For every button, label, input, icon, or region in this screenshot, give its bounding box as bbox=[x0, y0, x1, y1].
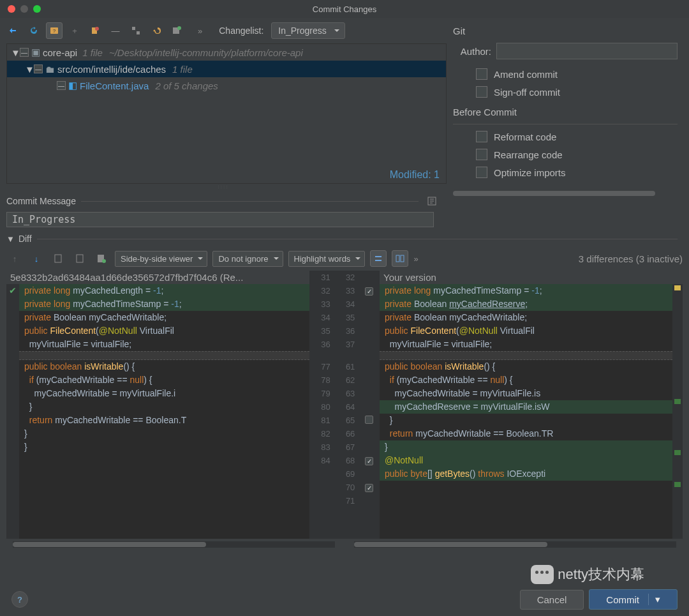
prev-diff-icon[interactable]: ↑ bbox=[6, 250, 23, 267]
line-number-gutters: 3132333435367778798081828384 32333435363… bbox=[309, 271, 380, 539]
changes-tree[interactable]: ▼ — ▣ core-api 1 file ~/Desktop/intellij… bbox=[6, 43, 447, 184]
compare-next-file-icon[interactable] bbox=[71, 250, 88, 267]
svg-point-3 bbox=[95, 27, 99, 31]
refresh-icon[interactable] bbox=[26, 22, 42, 39]
svg-rect-5 bbox=[137, 31, 140, 34]
left-hscroll[interactable] bbox=[13, 541, 335, 548]
commit-message-input[interactable] bbox=[6, 212, 434, 227]
commit-message-label: Commit Message bbox=[6, 196, 76, 206]
titlebar: Commit Changes bbox=[0, 0, 689, 18]
rearrange-checkbox[interactable] bbox=[476, 149, 487, 160]
diff-toolbar: ↑ ↓ Side-by-side viewer Do not ignore Hi… bbox=[0, 246, 689, 271]
viewer-mode-dropdown[interactable]: Side-by-side viewer bbox=[115, 251, 207, 267]
svg-rect-9 bbox=[55, 255, 61, 262]
right-error-stripe[interactable] bbox=[672, 284, 683, 539]
new-changelist-icon[interactable] bbox=[168, 22, 185, 39]
left-code[interactable]: private long myCachedLength = -1;private… bbox=[19, 284, 309, 539]
optimize-checkbox[interactable] bbox=[476, 167, 487, 178]
diff-section-header: Diff bbox=[19, 234, 32, 244]
show-diff-icon[interactable] bbox=[5, 22, 22, 39]
reformat-label: Reformat code bbox=[494, 131, 556, 142]
git-section-header: Git bbox=[453, 26, 678, 36]
minimize-window-button[interactable] bbox=[20, 5, 28, 13]
history-icon[interactable] bbox=[424, 193, 440, 209]
dialog-button-bar: ? Cancel Commit▾ bbox=[0, 583, 689, 616]
signoff-checkbox[interactable] bbox=[476, 86, 487, 98]
remove-icon[interactable]: — bbox=[107, 22, 124, 39]
changes-toolbar: ? + — » Changelist: In_Progress bbox=[0, 18, 447, 43]
resize-grip[interactable]: :::: bbox=[0, 184, 447, 190]
sync-scroll-icon[interactable] bbox=[392, 250, 408, 267]
rearrange-label: Rearrange code bbox=[494, 149, 563, 160]
modified-count: Modified: 1 bbox=[390, 169, 440, 181]
right-pane-title: Your version bbox=[380, 271, 683, 284]
right-hscroll[interactable] bbox=[354, 541, 676, 548]
author-label: Author: bbox=[453, 46, 491, 57]
delete-changelist-icon[interactable] bbox=[87, 22, 103, 39]
checkbox-icon[interactable]: — bbox=[57, 81, 66, 90]
changelist-label: Changelist: bbox=[219, 26, 263, 36]
collapse-unchanged-icon[interactable] bbox=[370, 250, 387, 267]
watermark: netty技术内幕 bbox=[531, 565, 644, 584]
java-file-icon: ◧ bbox=[68, 80, 77, 91]
next-diff-icon[interactable]: ↓ bbox=[28, 250, 45, 267]
add-icon[interactable]: + bbox=[66, 22, 83, 39]
optimize-label: Optimize imports bbox=[494, 167, 566, 178]
svg-point-7 bbox=[177, 26, 181, 30]
folder-icon: 🖿 bbox=[45, 64, 55, 75]
compare-prev-file-icon[interactable] bbox=[50, 250, 66, 267]
group-by-directory-icon[interactable]: ? bbox=[46, 22, 63, 39]
right-code[interactable]: private long myCachedTimeStamp = -1;priv… bbox=[380, 284, 672, 539]
chevron-down-icon[interactable]: ▾ bbox=[648, 594, 660, 605]
svg-rect-4 bbox=[132, 27, 135, 30]
left-pane-title: 5e8332b2ad63484aa1d66de356572d7fbd7f04c6… bbox=[6, 271, 309, 284]
expand-collapse-icon[interactable] bbox=[128, 22, 144, 39]
svg-rect-13 bbox=[396, 255, 399, 262]
amend-checkbox[interactable] bbox=[476, 68, 487, 80]
author-input[interactable] bbox=[496, 43, 678, 59]
commit-button[interactable]: Commit▾ bbox=[589, 589, 678, 610]
changelist-dropdown[interactable]: In_Progress bbox=[271, 22, 344, 39]
tree-file-row[interactable]: — ◧ FileContent.java 2 of 5 changes bbox=[7, 77, 446, 94]
maximize-window-button[interactable] bbox=[33, 5, 41, 13]
module-icon: ▣ bbox=[31, 47, 40, 58]
settings-scrollbar[interactable] bbox=[453, 191, 655, 196]
window-title: Commit Changes bbox=[313, 4, 376, 14]
svg-text:?: ? bbox=[53, 28, 56, 34]
cancel-button[interactable]: Cancel bbox=[520, 590, 584, 610]
left-status-gutter: ✔ bbox=[6, 284, 19, 539]
close-window-button[interactable] bbox=[8, 5, 15, 13]
revert-icon[interactable] bbox=[148, 22, 165, 39]
edit-source-icon[interactable] bbox=[93, 250, 110, 267]
highlight-mode-dropdown[interactable]: Highlight words bbox=[288, 251, 366, 267]
diff-view: 5e8332b2ad63484aa1d66de356572d7fbd7f04c6… bbox=[6, 271, 683, 539]
before-commit-header: Before Commit bbox=[453, 107, 678, 117]
checkbox-icon[interactable]: — bbox=[20, 48, 29, 57]
svg-rect-10 bbox=[77, 255, 83, 262]
diff-status: 3 differences (3 inactive) bbox=[579, 253, 683, 264]
tree-package-row[interactable]: ▼ — 🖿 src/com/intellij/ide/caches 1 file bbox=[7, 61, 446, 77]
svg-point-12 bbox=[102, 259, 106, 263]
tree-module-row[interactable]: ▼ — ▣ core-api 1 file ~/Desktop/intellij… bbox=[7, 44, 446, 61]
svg-rect-14 bbox=[401, 255, 404, 262]
amend-label: Amend commit bbox=[494, 69, 558, 80]
signoff-label: Sign-off commit bbox=[494, 87, 560, 98]
reformat-checkbox[interactable] bbox=[476, 131, 487, 142]
checkbox-icon[interactable]: — bbox=[34, 64, 43, 73]
help-button[interactable]: ? bbox=[11, 591, 28, 608]
ignore-mode-dropdown[interactable]: Do not ignore bbox=[212, 251, 283, 267]
